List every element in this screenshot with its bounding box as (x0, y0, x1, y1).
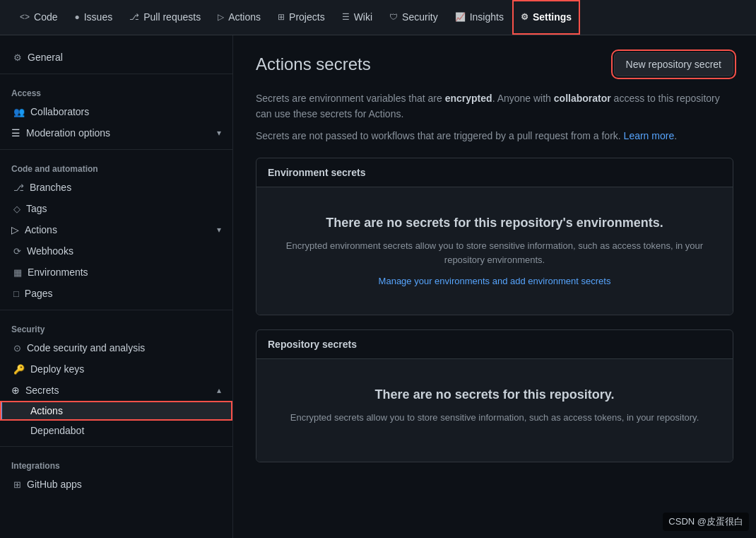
nav-projects-label: Projects (289, 11, 325, 23)
sidebar-subitem-dependabot-label: Dependabot (30, 425, 84, 436)
environment-secrets-section: Environment secrets There are no secrets… (256, 158, 733, 315)
nav-security[interactable]: 🛡 Security (381, 0, 447, 35)
chevron-up-icon: ▴ (217, 385, 221, 395)
page-header: Actions secrets New repository secret (256, 52, 733, 76)
sidebar-item-secrets[interactable]: ⊕ Secrets ▴ (0, 380, 232, 401)
description-line2: Secrets are not passed to workflows that… (256, 128, 733, 144)
page-layout: ⚙ General Access 👥 Collaborators ☰ Moder… (0, 35, 756, 538)
sidebar-deploy-keys-label: Deploy keys (30, 363, 84, 375)
pages-icon: □ (13, 288, 19, 299)
secrets-icon: ⊕ (11, 385, 20, 396)
pr-icon: ⎇ (129, 12, 139, 22)
actions-sidebar-icon: ▷ (11, 224, 19, 235)
sidebar-item-deploy-keys[interactable]: 🔑 Deploy keys (0, 358, 232, 380)
nav-actions[interactable]: ▷ Actions (209, 0, 269, 35)
sidebar-general-label: General (28, 52, 63, 63)
sidebar-environments-label: Environments (28, 267, 88, 278)
nav-pull-requests[interactable]: ⎇ Pull requests (121, 0, 209, 35)
environment-secrets-empty-title: There are no secrets for this repository… (273, 216, 716, 230)
github-apps-icon: ⊞ (13, 479, 21, 490)
sidebar-section-access: Access (0, 80, 232, 101)
nav-settings[interactable]: ⚙ Settings (512, 0, 580, 35)
nav-insights-label: Insights (470, 11, 504, 23)
projects-icon: ⊞ (278, 12, 285, 22)
sidebar-item-branches[interactable]: ⎇ Branches (0, 177, 232, 198)
nav-pr-label: Pull requests (143, 11, 201, 23)
gear-icon: ⚙ (13, 52, 22, 63)
sidebar-section-code-automation: Code and automation (0, 156, 232, 177)
sidebar-webhooks-label: Webhooks (27, 245, 73, 257)
sidebar-divider-2 (0, 149, 232, 150)
branches-icon: ⎇ (13, 182, 24, 193)
sidebar-item-pages[interactable]: □ Pages (0, 283, 232, 304)
webhooks-icon: ⟳ (13, 246, 21, 257)
environments-icon: ▦ (13, 267, 22, 278)
wiki-icon: ☰ (342, 12, 350, 22)
top-navigation: <> Code ● Issues ⎇ Pull requests ▷ Actio… (0, 0, 756, 35)
sidebar-subitem-dependabot[interactable]: Dependabot (0, 421, 232, 440)
sidebar-subitem-actions-label: Actions (30, 405, 63, 416)
sidebar-divider-3 (0, 310, 232, 310)
repository-secrets-section: Repository secrets There are no secrets … (256, 329, 733, 462)
moderation-icon: ☰ (11, 127, 20, 139)
manage-environments-link[interactable]: Manage your environments and add environ… (379, 276, 611, 286)
issues-icon: ● (74, 12, 79, 22)
sidebar-code-security-label: Code security and analysis (27, 342, 145, 353)
collaborators-icon: 👥 (13, 107, 25, 117)
chevron-down-icon-actions: ▾ (217, 225, 221, 235)
sidebar-github-apps-label: GitHub apps (27, 479, 82, 490)
chevron-down-icon: ▾ (217, 128, 221, 138)
sidebar-item-webhooks[interactable]: ⟳ Webhooks (0, 240, 232, 262)
repository-secrets-body: There are no secrets for this repository… (256, 359, 733, 462)
nav-wiki-label: Wiki (354, 11, 372, 23)
nav-code[interactable]: <> Code (11, 0, 66, 35)
repository-secrets-empty-desc: Encrypted secrets allow you to store sen… (273, 411, 716, 425)
new-repository-secret-button[interactable]: New repository secret (614, 52, 733, 76)
sidebar-item-collaborators[interactable]: 👥 Collaborators (0, 101, 232, 122)
nav-code-label: Code (34, 11, 57, 23)
sidebar-item-actions[interactable]: ▷ Actions ▾ (0, 219, 232, 240)
sidebar-actions-label: Actions (25, 224, 57, 235)
sidebar-item-code-security[interactable]: ⊙ Code security and analysis (0, 337, 232, 358)
settings-icon: ⚙ (521, 12, 528, 22)
code-icon: <> (20, 12, 30, 22)
sidebar-item-github-apps[interactable]: ⊞ GitHub apps (0, 474, 232, 495)
description-line1: Secrets are environment variables that a… (256, 90, 733, 122)
sidebar: ⚙ General Access 👥 Collaborators ☰ Moder… (0, 35, 233, 538)
repository-secrets-header: Repository secrets (256, 330, 733, 359)
environment-secrets-empty-desc: Encrypted environment secrets allow you … (273, 239, 716, 267)
tags-icon: ◇ (13, 204, 20, 214)
learn-more-link[interactable]: Learn more (624, 130, 675, 141)
sidebar-item-environments[interactable]: ▦ Environments (0, 262, 232, 283)
sidebar-pages-label: Pages (25, 288, 53, 299)
code-security-icon: ⊙ (13, 343, 21, 353)
sidebar-tags-label: Tags (26, 203, 47, 214)
nav-security-label: Security (402, 11, 438, 23)
watermark: CSDN @皮蛋很白 (663, 513, 749, 531)
sidebar-item-tags[interactable]: ◇ Tags (0, 198, 232, 219)
nav-actions-label: Actions (228, 11, 261, 23)
sidebar-section-integrations: Integrations (0, 452, 232, 474)
nav-issues[interactable]: ● Issues (66, 0, 121, 35)
nav-settings-label: Settings (533, 11, 572, 23)
nav-issues-label: Issues (84, 11, 112, 23)
sidebar-divider-1 (0, 74, 232, 74)
actions-icon: ▷ (218, 12, 224, 22)
sidebar-item-moderation[interactable]: ☰ Moderation options ▾ (0, 122, 232, 144)
nav-insights[interactable]: 📈 Insights (447, 0, 512, 35)
sidebar-item-general[interactable]: ⚙ General (0, 47, 232, 68)
environment-secrets-header: Environment secrets (256, 158, 733, 187)
main-content: Actions secrets New repository secret Se… (233, 35, 756, 538)
sidebar-divider-4 (0, 446, 232, 447)
sidebar-secrets-label: Secrets (25, 385, 59, 396)
deploy-keys-icon: 🔑 (13, 364, 25, 375)
nav-projects[interactable]: ⊞ Projects (269, 0, 333, 35)
environment-secrets-body: There are no secrets for this repository… (256, 187, 733, 315)
repository-secrets-empty-title: There are no secrets for this repository… (273, 387, 716, 402)
security-icon: 🛡 (389, 12, 398, 22)
sidebar-subitem-actions[interactable]: Actions (0, 401, 232, 421)
nav-wiki[interactable]: ☰ Wiki (333, 0, 381, 35)
sidebar-moderation-label: Moderation options (26, 127, 110, 139)
page-title: Actions secrets (256, 54, 371, 74)
sidebar-section-security: Security (0, 316, 232, 337)
